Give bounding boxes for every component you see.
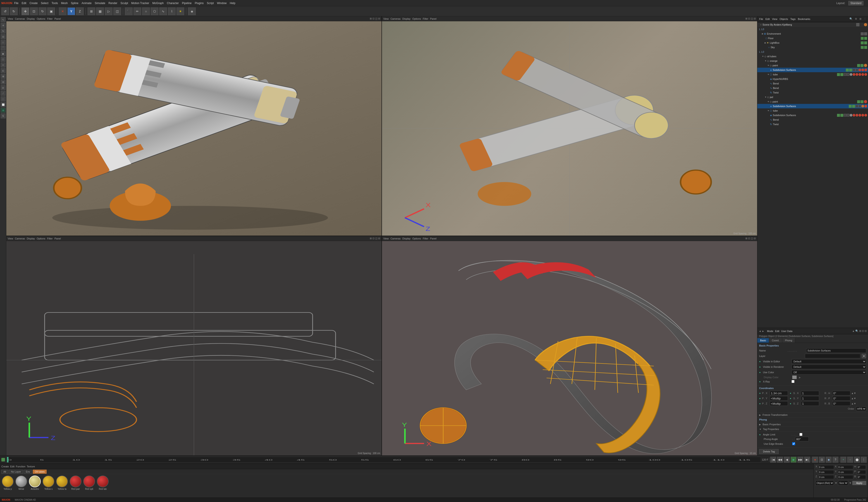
mat-item-redpair[interactable]: Red pair (70, 475, 81, 490)
vp-options-btn[interactable]: Options (37, 18, 45, 20)
mode-btn[interactable]: Mode (767, 330, 773, 332)
tool-lasso[interactable]: ⌒ (1, 45, 6, 50)
sel-button[interactable]: ⬤ (854, 457, 860, 463)
obj-dots-icon[interactable]: ⋮ (864, 18, 866, 20)
tool-bevel[interactable]: ⊟ (1, 80, 6, 84)
y-button[interactable]: Y (68, 8, 75, 15)
basic-props-arrow[interactable]: ▶ (759, 423, 761, 426)
tool-s[interactable]: S (1, 113, 6, 119)
tool-paint[interactable]: ⬜ (1, 102, 6, 107)
menu-select[interactable]: Select (41, 2, 48, 5)
py-input[interactable] (770, 396, 788, 401)
pz-input[interactable] (770, 401, 788, 406)
vp-display-btn[interactable]: Display (27, 18, 35, 20)
tab-basic[interactable]: Basic (757, 338, 769, 343)
order-select[interactable]: HPB (856, 407, 866, 411)
mat-item-redlab[interactable]: Red lab (97, 475, 108, 490)
vp4-options-btn[interactable]: Options (412, 237, 421, 240)
frame-button[interactable]: ⊞ (87, 8, 95, 15)
menu-simulate[interactable]: Simulate (95, 2, 105, 5)
menu-help[interactable]: Help (230, 2, 235, 5)
mat-function-btn[interactable]: Function (16, 465, 25, 468)
play-button[interactable]: ▶ (790, 457, 796, 463)
mat-item-yellowl[interactable]: Yellow la (56, 475, 68, 490)
render-region-button[interactable]: ▦ (96, 8, 104, 15)
obj-tags-btn[interactable]: Tags (790, 18, 796, 20)
viewport-top[interactable]: View Cameras Display Options Filter Pane… (382, 16, 757, 236)
delkey-button[interactable]: - (847, 457, 853, 463)
apply-button[interactable]: Apply (852, 481, 866, 485)
play-back-button[interactable]: ◀ (784, 457, 790, 463)
z-button[interactable]: Z (76, 8, 84, 15)
tree-item-jad[interactable]: ▼ ◇ jad (757, 95, 868, 99)
tree-item-l0[interactable]: L L0 (757, 27, 868, 31)
bottom-b-input[interactable] (857, 475, 866, 479)
tool-grid[interactable]: ⊞ (1, 108, 6, 113)
layer-btn[interactable]: ▼ (862, 354, 866, 358)
tree-item-twist2[interactable]: ↻ Twist (757, 122, 868, 126)
tab-coord[interactable]: Coord. (769, 338, 782, 343)
tree-item-subdiv3[interactable]: ◈ Subdivision Surfaces (757, 113, 868, 117)
vp-filter-btn[interactable]: Filter (47, 18, 52, 20)
tree-item-bend1[interactable]: ∿ Bend (757, 81, 868, 86)
user-data-btn[interactable]: User Data (781, 330, 793, 332)
tree-item-twist1[interactable]: ↻ Twist (757, 90, 868, 95)
tag-props-arrow[interactable]: ▼ (759, 428, 762, 430)
tree-item-scene[interactable]: ○ Scene By Anders Kjellberg (757, 22, 868, 27)
tree-item-subdiv2[interactable]: ◈ Subdivision Surfaces (757, 104, 868, 109)
timeline-ruler[interactable]: 0 5 10 15 20 25 30 35 40 45 50 55 60 65 … (6, 457, 761, 463)
tree-item-paint2[interactable]: ▼ ◇ paint (757, 99, 868, 104)
vp2-filter-btn[interactable]: Filter (423, 18, 428, 20)
obj-settings-icon[interactable]: ⚙ (855, 18, 857, 20)
tool-extrude[interactable]: ⊞ (1, 74, 6, 79)
render-view-button[interactable]: ▷ (105, 8, 112, 15)
polygon-button[interactable]: ⬡ (151, 8, 158, 15)
undo-button[interactable]: ↺ (1, 8, 9, 15)
px-input[interactable] (770, 391, 788, 396)
circle-button[interactable]: ○ (142, 8, 150, 15)
mat-item-redsplit[interactable]: Red spli (83, 475, 95, 490)
vp3-display-btn[interactable]: Display (27, 237, 35, 240)
freeze-label[interactable]: Freeze Transformation (763, 413, 788, 416)
tool-knife[interactable]: ✂ (1, 62, 6, 68)
tree-item-environment[interactable]: ▶ ⊞ Environment (757, 31, 868, 36)
bottom-z-input[interactable] (818, 475, 834, 479)
obj-search-icon[interactable]: 🔍 (849, 18, 852, 20)
vp3-cameras-btn[interactable]: Cameras (15, 237, 25, 240)
tree-item-tube1[interactable]: ▼ ⬡ tube (757, 72, 868, 77)
vp3-options-btn[interactable]: Options (37, 237, 45, 240)
vp2-display-btn[interactable]: Display (402, 18, 411, 20)
step-forward-button[interactable]: ▶▶ (797, 457, 803, 463)
redo-button[interactable]: ↻ (10, 8, 18, 15)
render-picture-button[interactable]: ◫ (113, 8, 121, 15)
menu-motiontracker[interactable]: Motion Tracker (131, 2, 149, 5)
tag-props-label[interactable]: Tag Properties (763, 428, 779, 430)
mat-item-yellowp[interactable]: Yellow p (2, 475, 13, 490)
edit-mode-btn[interactable]: Edit (775, 330, 779, 332)
viewport-perspective[interactable]: View Cameras Display Options Filter Pane… (6, 16, 382, 236)
xray-button[interactable]: ◈ (188, 8, 196, 15)
tab-phong[interactable]: Phong (782, 338, 795, 343)
menu-animate[interactable]: Animate (82, 2, 92, 5)
vp4-view-btn[interactable]: View (383, 237, 389, 240)
tab-all[interactable]: All (1, 470, 8, 474)
menu-script[interactable]: Script (207, 2, 214, 5)
vp-view-btn[interactable]: View (8, 18, 13, 20)
menu-edit[interactable]: Edit (22, 2, 27, 5)
tree-item-sky[interactable]: ○ Sky (757, 45, 868, 50)
mat-create-btn[interactable]: Create (1, 465, 9, 468)
use-color-select[interactable]: Off On Layer Color (792, 370, 866, 375)
obj-bookmarks-btn[interactable]: Bookmarks (798, 18, 810, 20)
step-back-button[interactable]: ◀◀ (777, 457, 783, 463)
use-edge-breaks-checkbox[interactable] (792, 442, 795, 445)
record-button[interactable]: ● (812, 457, 818, 463)
addkey-button[interactable]: + (840, 457, 846, 463)
bottom-z2-input[interactable] (837, 475, 853, 479)
move-button[interactable]: ✛ (21, 8, 29, 15)
coord-mode-select[interactable]: Object (Rel) World (816, 481, 834, 485)
rh-input[interactable] (832, 391, 850, 396)
basic-props-sub-label[interactable]: Basic Properties (763, 423, 781, 426)
go-end-button[interactable]: ▶| (804, 457, 810, 463)
vp3-panel-btn[interactable]: Panel (54, 237, 61, 240)
menu-spline[interactable]: Spline (71, 2, 78, 5)
